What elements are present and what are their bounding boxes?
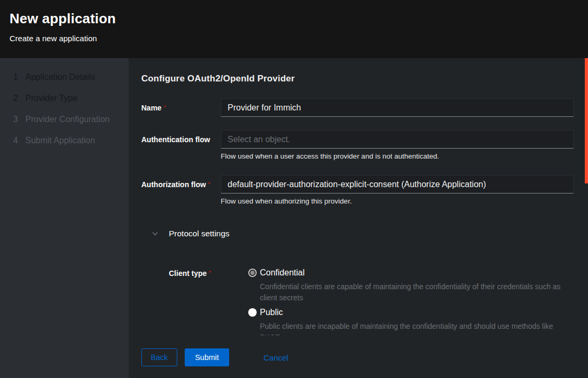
back-button[interactable]: Back: [141, 348, 177, 366]
radio-option-label: Confidential: [260, 269, 305, 277]
authorization-flow-label: Authorization flow*: [141, 175, 221, 205]
client-type-option-confidential[interactable]: Confidential: [248, 269, 574, 277]
required-asterisk: *: [208, 181, 210, 187]
client-type-label: Client type*: [169, 269, 248, 335]
step-number: 2: [13, 94, 25, 103]
name-label: Name*: [141, 98, 221, 117]
wizard-step-content: Configure OAuth2/OpenId Provider Name* A…: [129, 58, 588, 335]
radio-unchecked-icon[interactable]: [248, 308, 257, 317]
step-number: 1: [13, 72, 25, 82]
step-content-title: Configure OAuth2/OpenId Provider: [141, 74, 574, 83]
client-type-option-public[interactable]: Public: [248, 308, 574, 317]
step-label: Provider Type: [25, 94, 77, 103]
name-input[interactable]: [221, 98, 574, 117]
authorization-flow-help: Flow used when authorizing this provider…: [221, 197, 574, 205]
public-description: Public clients are incapable of maintain…: [260, 321, 567, 335]
step-provider-configuration[interactable]: 3 Provider Configuration: [0, 109, 129, 130]
chevron-down-icon: [152, 231, 158, 237]
wizard-header: New application Create a new application: [0, 0, 588, 58]
step-provider-type[interactable]: 2 Provider Type: [0, 88, 129, 109]
radio-option-label: Public: [260, 308, 283, 317]
step-label: Submit Application: [25, 136, 95, 145]
protocol-settings-title: Protocol settings: [169, 229, 230, 238]
new-application-wizard: New application Create a new application…: [0, 0, 588, 378]
authorization-flow-select[interactable]: [221, 175, 574, 193]
client-type-radio-group: Confidential Confidential clients are ca…: [248, 269, 574, 335]
step-submit-application[interactable]: 4 Submit Application: [0, 130, 129, 151]
page-title: New application: [10, 11, 588, 27]
step-number: 3: [13, 115, 25, 124]
step-number: 4: [13, 136, 25, 145]
protocol-settings-header[interactable]: Protocol settings: [141, 229, 574, 238]
required-asterisk: *: [164, 104, 166, 110]
step-application-details[interactable]: 1 Application Details: [0, 67, 129, 88]
required-asterisk: *: [209, 270, 211, 276]
step-label: Application Details: [25, 72, 95, 82]
authentication-flow-help: Flow used when a user access this provid…: [221, 152, 574, 160]
wizard-footer: Back Submit Cancel: [129, 335, 588, 378]
confidential-description: Confidential clients are capable of main…: [260, 281, 567, 303]
page-subtitle: Create a new application: [10, 34, 588, 43]
cancel-link[interactable]: Cancel: [264, 348, 288, 362]
radio-checked-icon[interactable]: [248, 269, 257, 277]
authentication-flow-select[interactable]: [221, 130, 574, 149]
authentication-flow-label: Authentication flow: [141, 130, 221, 160]
submit-button[interactable]: Submit: [185, 348, 229, 366]
scrollbar-thumb[interactable]: [585, 58, 588, 183]
step-label: Provider Configuration: [25, 115, 110, 124]
wizard-steps-nav: 1 Application Details 2 Provider Type 3 …: [0, 58, 129, 378]
